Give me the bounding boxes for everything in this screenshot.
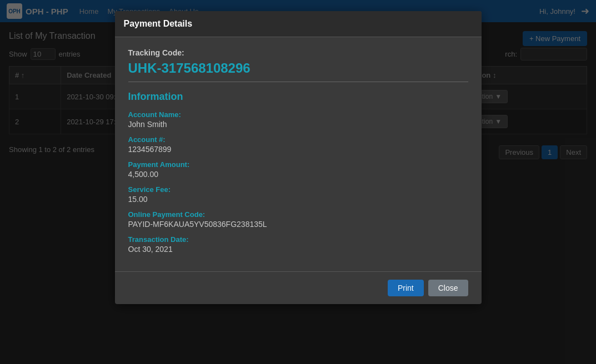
tracking-code: UHK-317568108296 [128,60,468,76]
modal-title: Payment Details [124,19,473,29]
payment-details-modal: Payment Details Tracking Code: UHK-31756… [115,11,482,168]
modal-overlay: Payment Details Tracking Code: UHK-31756… [0,0,596,168]
account-name-label: Account Name: [128,110,468,119]
modal-body: Tracking Code: UHK-317568108296 Informat… [115,37,482,168]
account-name-value: John Smith [128,120,468,129]
payment-amount-label: Payment Amount: [128,160,468,168]
divider [128,82,468,82]
tracking-label: Tracking Code: [128,48,468,57]
account-num-label: Account #: [128,135,468,144]
section-title: Information [128,91,468,103]
modal-header: Payment Details [115,11,482,37]
account-num-value: 1234567899 [128,145,468,154]
